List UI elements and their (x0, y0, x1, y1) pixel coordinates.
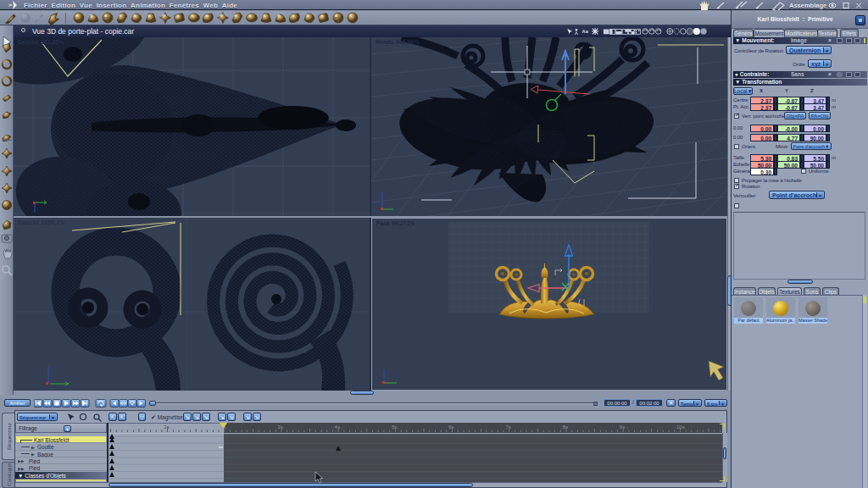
svg-text:8s: 8s (563, 424, 568, 430)
svg-text:1s: 1s (164, 424, 169, 430)
svg-text:Aa: Aa (582, 29, 589, 34)
svg-text:5s: 5s (392, 424, 397, 430)
svg-text:7s: 7s (505, 424, 510, 430)
svg-text:4s: 4s (335, 424, 340, 430)
svg-text:6s: 6s (448, 424, 453, 430)
svg-text:10s: 10s (676, 424, 685, 430)
svg-text:9s: 9s (620, 424, 625, 430)
svg-text:3s: 3s (278, 424, 283, 430)
